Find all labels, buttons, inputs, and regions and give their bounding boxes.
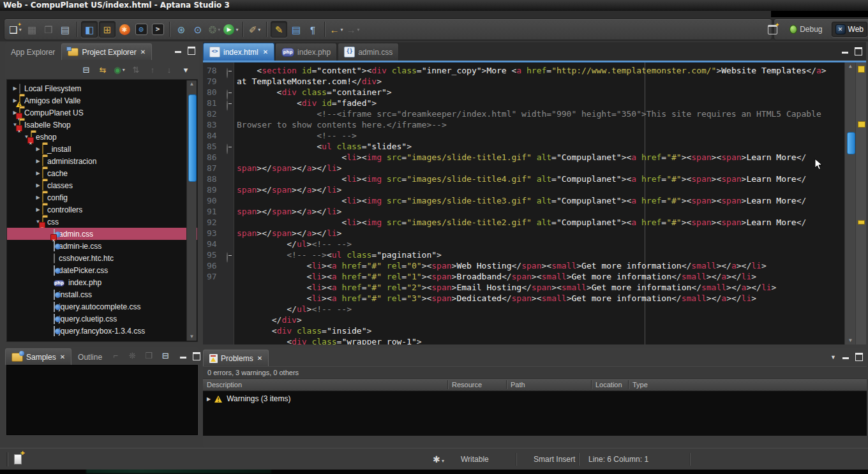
tree-scroll-thumb[interactable]: [188, 94, 197, 182]
tree-item[interactable]: jquery.cluetip.css: [7, 313, 197, 325]
tree-item[interactable]: ▶CompuPlanet US: [7, 107, 197, 119]
close-icon[interactable]: [263, 49, 268, 56]
tree-item[interactable]: ▶classes: [7, 179, 197, 191]
terminal-button[interactable]: >: [150, 22, 165, 37]
dropdown-arrow-icon[interactable]: ▾: [258, 27, 260, 33]
tree-item[interactable]: ▼Isabelle Shop: [7, 119, 197, 131]
maximize-icon[interactable]: [855, 47, 862, 56]
expand-twisty-icon[interactable]: ▶: [34, 182, 42, 188]
line-number[interactable]: 81: [207, 98, 226, 108]
tree-item[interactable]: jquery.fancybox-1.3.4.css: [7, 325, 197, 337]
editor-tab-admin-css[interactable]: {}admin.css: [338, 43, 399, 61]
tree-scrollbar[interactable]: ▲ ▼: [186, 80, 197, 341]
tree-item[interactable]: jquery.autocomplete.css: [7, 300, 197, 313]
line-number[interactable]: 82: [207, 108, 226, 119]
dropdown-arrow-icon[interactable]: ▾: [236, 27, 238, 33]
code-line[interactable]: 81 <div id="faded">: [203, 98, 866, 108]
tab-problems[interactable]: Problems: [203, 350, 269, 366]
code-line[interactable]: <li><a href="#" rel="2"><span>Email Host…: [203, 282, 866, 293]
expand-twisty-icon[interactable]: ▶: [11, 85, 19, 91]
format-brush-button[interactable]: ✎: [271, 21, 287, 38]
dropdown-arrow-icon[interactable]: ▾: [340, 27, 343, 33]
code-line[interactable]: 82 <!--<iframe src="dreamkeeper/index.ht…: [203, 108, 866, 119]
tree-item[interactable]: csshover.htc.htc: [7, 252, 197, 264]
close-icon[interactable]: [60, 354, 65, 360]
editor-options-gear-icon[interactable]: ✱ ▾: [433, 448, 444, 472]
column-separator[interactable]: [591, 380, 592, 389]
minimize-icon[interactable]: [175, 51, 181, 53]
line-number[interactable]: 94: [207, 239, 226, 249]
code-line[interactable]: 84 <!-- -->: [203, 130, 866, 141]
editor-scroll-thumb[interactable]: [847, 132, 855, 154]
tab-samples[interactable]: Samples: [5, 348, 71, 365]
problems-group-row[interactable]: ▶ Warnings (3 items): [207, 394, 290, 403]
line-number[interactable]: 89: [207, 184, 226, 195]
code-line[interactable]: 87span></span></a></li>: [203, 163, 866, 174]
scroll-up-icon[interactable]: ▲: [847, 63, 854, 70]
line-number[interactable]: 88: [207, 174, 226, 184]
editor-tab-index-php[interactable]: phpindex.php: [275, 43, 337, 61]
tree-item[interactable]: ▶config: [7, 191, 197, 204]
line-number[interactable]: 96: [207, 260, 226, 271]
code-line[interactable]: <div class="inside">: [203, 325, 866, 336]
code-line[interactable]: 88 <li><img src="images/slide-title4.gif…: [203, 174, 866, 184]
expand-twisty-icon[interactable]: ▶: [34, 170, 42, 176]
code-line[interactable]: <div class="wrapper row-1">: [203, 336, 866, 344]
code-line[interactable]: 80 <div class="container">: [203, 87, 866, 98]
print-button[interactable]: ▤: [57, 22, 73, 37]
tree-item[interactable]: ▶Local Filesystem: [7, 82, 197, 94]
scroll-down-icon[interactable]: ▼: [188, 334, 195, 340]
close-icon[interactable]: [257, 355, 262, 362]
debug-button[interactable]: ❂▾: [207, 22, 222, 37]
line-number[interactable]: 84: [207, 130, 226, 141]
open-perspective-button[interactable]: [765, 22, 780, 37]
tree-item[interactable]: ▼eshop: [7, 131, 197, 143]
tree-item[interactable]: ▶administracion: [7, 155, 197, 167]
code-line[interactable]: 78 <section id="content"><div class="inn…: [203, 65, 866, 76]
maximize-icon[interactable]: [188, 47, 195, 55]
code-line[interactable]: 97 <li><a href="#" rel="1"><span>Broadba…: [203, 271, 866, 282]
column-header-resource[interactable]: Resource: [452, 379, 482, 390]
tab-project-explorer[interactable]: Project Explorer: [61, 43, 152, 60]
expand-twisty-icon[interactable]: ▶: [34, 207, 42, 212]
expand-twisty-icon[interactable]: ▶: [34, 195, 42, 200]
move-up-button[interactable]: ↑: [146, 63, 159, 76]
expand-icon[interactable]: ▶: [207, 396, 211, 402]
perspective-web[interactable]: Web: [832, 22, 867, 37]
tree-item[interactable]: admin.css: [7, 228, 197, 240]
expand-twisty-icon[interactable]: ▶: [34, 146, 42, 152]
code-line[interactable]: 94 </ul><!-- -->: [203, 239, 866, 249]
help-book-button[interactable]: ❒: [142, 349, 155, 362]
view-menu-button[interactable]: ▾: [179, 63, 192, 76]
column-separator[interactable]: [506, 380, 507, 389]
tree-item[interactable]: admin-ie.css: [7, 240, 197, 252]
link-with-editor-button[interactable]: ⌐: [109, 349, 122, 362]
sort-button[interactable]: ⇅: [130, 63, 142, 76]
dropdown-arrow-icon[interactable]: ▾: [357, 27, 359, 33]
line-number[interactable]: 86: [207, 152, 226, 163]
fast-view-icon[interactable]: [14, 454, 22, 464]
run-button[interactable]: ▶▾: [223, 22, 239, 37]
maximize-icon[interactable]: [193, 352, 200, 360]
tree-item[interactable]: ▶Amigos del Valle: [7, 94, 197, 107]
code-line[interactable]: 79at TemplateMonster.com!</div>: [203, 76, 866, 87]
tab-app-explorer[interactable]: App Explorer: [5, 44, 61, 60]
link-with-editor-button[interactable]: ⇆: [96, 63, 109, 76]
scroll-up-icon[interactable]: ▲: [188, 81, 195, 87]
line-number[interactable]: 78: [207, 65, 226, 76]
tree-item[interactable]: phpindex.php: [7, 276, 197, 288]
tree-item[interactable]: ▶_install: [7, 143, 197, 155]
collapse-all-button[interactable]: ⊟: [159, 349, 172, 362]
code-editor[interactable]: 78 <section id="content"><div class="inn…: [203, 63, 866, 344]
column-separator[interactable]: [628, 380, 629, 389]
annotation-marker[interactable]: [858, 220, 865, 225]
column-header-type[interactable]: Type: [632, 379, 648, 390]
minimize-icon[interactable]: [842, 357, 849, 359]
line-number[interactable]: 93: [207, 228, 226, 239]
preview-in-browser-button[interactable]: ⊛: [174, 22, 189, 37]
show-source-blocks-button[interactable]: ▤: [288, 22, 304, 37]
save-button[interactable]: ▦: [24, 22, 40, 37]
code-line[interactable]: 89span></span></a></li>: [203, 184, 866, 195]
line-number[interactable]: 92: [207, 217, 226, 228]
show-whitespace-button[interactable]: ¶: [305, 22, 320, 37]
